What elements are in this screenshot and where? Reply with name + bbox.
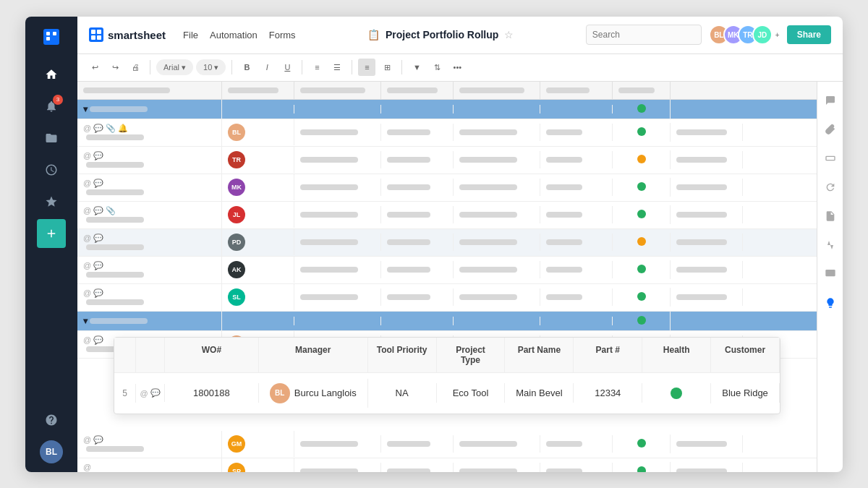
customer-col-header: Customer (711, 338, 780, 372)
group-1-cell-3 (294, 105, 381, 114)
sheet-wrapper: ▾ @ 💬 (77, 82, 843, 472)
link-icon-b1: @ (83, 435, 91, 444)
svg-rect-0 (43, 29, 59, 45)
avatar-row-2: TR (228, 151, 245, 168)
avatar-row-4: JL (228, 206, 245, 223)
data-row-4[interactable]: @💬📎 JL (77, 202, 817, 229)
link-icon-7: @ (83, 288, 91, 297)
row-5-name: @💬 (77, 229, 222, 256)
right-forms-icon[interactable] (820, 264, 841, 284)
row-3-manager: MK (222, 174, 294, 200)
toolbar-sep-1 (150, 60, 150, 74)
health-dot-6 (637, 265, 646, 273)
left-sidebar: 3 BL (25, 17, 77, 472)
more-options-button[interactable]: ••• (448, 59, 466, 76)
comment-icon-b1: 💬 (93, 435, 103, 445)
share-button[interactable]: Share (787, 25, 831, 44)
sheet-column-headers (77, 82, 817, 100)
right-insight-icon[interactable] (820, 293, 841, 313)
align-left-button[interactable]: ≡ (308, 59, 326, 76)
row-2-extra (671, 151, 743, 168)
part-num-col-header: Part # (574, 338, 642, 372)
right-proofs-icon[interactable] (820, 148, 841, 168)
sidebar-item-favorites[interactable] (37, 187, 66, 216)
app-name-text: smartsheet (108, 29, 166, 41)
data-row-3[interactable]: @💬 MK (77, 174, 817, 202)
view-toggle-grid[interactable]: ⊞ (378, 59, 396, 76)
italic-button[interactable]: I (258, 59, 276, 76)
col-header-skeleton-6 (546, 87, 590, 93)
data-row-bottom-2[interactable]: @ SP (77, 458, 817, 472)
row-4-health (613, 205, 671, 224)
row-1-text-skeleton (86, 134, 144, 140)
font-size-selector[interactable]: 10 ▾ (196, 59, 226, 75)
font-selector[interactable]: Arial ▾ (156, 59, 193, 75)
comment-icon-7: 💬 (93, 288, 103, 298)
ss-logo-small (89, 27, 103, 42)
sidebar-bottom: BL (37, 406, 66, 463)
search-input[interactable] (586, 25, 702, 45)
nav-file[interactable]: File (183, 30, 198, 40)
toolbar-sep-3 (302, 60, 302, 74)
sidebar-item-home[interactable] (37, 60, 66, 89)
row-1-cell-6 (540, 124, 613, 141)
row-2-c3 (294, 151, 381, 168)
icons-col-header (136, 338, 165, 372)
group-2-label: ▾ (77, 312, 222, 330)
sidebar-item-browse[interactable] (37, 124, 66, 153)
row-1-skel-3 (300, 129, 358, 135)
view-toggle-list[interactable]: ≡ (358, 59, 375, 76)
undo-button[interactable]: ↩ (86, 59, 103, 76)
right-summary-icon[interactable] (820, 206, 841, 226)
underline-button[interactable]: U (278, 59, 296, 76)
part-name-col-header: Part Name (505, 338, 574, 372)
data-row-2[interactable]: @ 💬 TR (77, 147, 817, 174)
row-1-health (613, 123, 671, 142)
sidebar-item-help[interactable] (37, 406, 66, 435)
expanded-row-card: WO# Manager Tool Priority Project Type P… (114, 337, 780, 414)
expanded-link-icon: @ (140, 389, 148, 398)
sort-button[interactable]: ⇅ (428, 59, 446, 76)
col-header-skeleton-7 (618, 87, 655, 93)
right-attachments-icon[interactable] (820, 119, 841, 140)
comment-icon-2: 💬 (93, 151, 103, 160)
sidebar-item-notifications[interactable]: 3 (37, 92, 66, 121)
logo-text-area: smartsheet (89, 27, 166, 42)
row-1-cell-4 (381, 124, 454, 141)
redo-button[interactable]: ↪ (106, 59, 124, 76)
data-row-6[interactable]: @💬 AK (77, 257, 817, 284)
row-1-extra (671, 124, 743, 141)
print-button[interactable]: 🖨 (127, 59, 144, 76)
right-update-icon[interactable] (820, 177, 841, 197)
align-center-button[interactable]: ☰ (328, 59, 346, 76)
data-row-1[interactable]: @ 💬 📎 🔔 BL (77, 119, 817, 147)
right-comments-icon[interactable] (820, 90, 841, 111)
row-2-c5 (454, 151, 540, 168)
row-6-health (613, 260, 671, 279)
bold-button[interactable]: B (238, 59, 255, 76)
expanded-data-row[interactable]: 5 @ 💬 1800188 BL Burcu Langlois NA Eco T… (114, 373, 780, 414)
health-dot-1 (637, 127, 646, 136)
expanded-card-headers: WO# Manager Tool Priority Project Type P… (114, 338, 780, 373)
data-row-bottom-1[interactable]: @💬 GM (77, 431, 817, 458)
data-row-5[interactable]: @💬 PD (77, 229, 817, 257)
row-1-skel-extra (676, 129, 727, 135)
sidebar-item-recents[interactable] (37, 155, 66, 184)
sidebar-item-add[interactable] (37, 219, 66, 248)
attachment-icon: 📎 (106, 124, 116, 133)
col-header-7 (613, 82, 671, 99)
filter-button[interactable]: ▼ (408, 59, 425, 76)
nav-forms[interactable]: Forms (269, 30, 296, 40)
svg-rect-7 (97, 35, 101, 40)
right-activity-icon[interactable] (820, 235, 841, 255)
avatar-row-5: PD (228, 234, 245, 251)
link-icon: @ (83, 124, 91, 132)
user-avatar-sidebar[interactable]: BL (40, 440, 63, 463)
comment-icon-5: 💬 (93, 234, 103, 243)
nav-automation[interactable]: Automation (210, 30, 258, 40)
part-name-cell: Main Bevel (505, 383, 574, 403)
svg-rect-8 (825, 270, 835, 276)
favorite-icon[interactable]: ☆ (504, 29, 514, 40)
data-row-7[interactable]: @💬 SL (77, 284, 817, 312)
row-2-manager: TR (222, 147, 294, 173)
